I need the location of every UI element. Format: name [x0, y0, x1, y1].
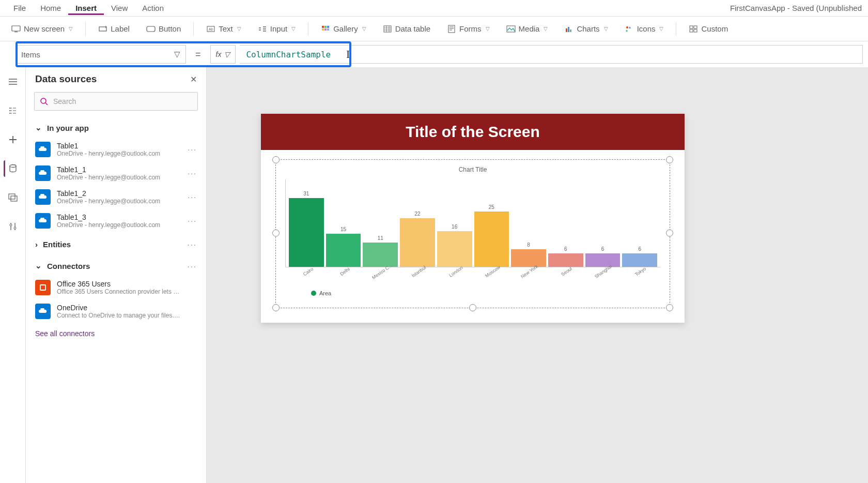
chevron-down-icon: ⌄	[35, 123, 42, 132]
ribbon-input[interactable]: Input ▽	[254, 22, 300, 36]
bar: 31	[289, 191, 324, 267]
svg-rect-11	[327, 28, 329, 31]
menu-insert[interactable]: Insert	[68, 2, 104, 15]
property-selector[interactable]: Items ▽	[16, 45, 186, 64]
svg-rect-28	[11, 196, 17, 201]
ribbon-charts[interactable]: Charts ▽	[560, 22, 612, 36]
menu-view[interactable]: View	[104, 2, 135, 14]
app-title: FirstCanvasApp - Saved (Unpublished	[730, 4, 862, 12]
svg-point-30	[14, 227, 16, 229]
svg-rect-33	[41, 285, 45, 290]
chevron-down-icon: ▽	[224, 50, 230, 58]
ribbon-label[interactable]: Label	[94, 22, 134, 36]
svg-rect-1	[14, 32, 18, 32]
data-source-item[interactable]: Table1 OneDrive - henry.legge@outlook.co…	[26, 138, 206, 161]
rail-tree[interactable]	[5, 102, 21, 119]
ribbon-custom[interactable]: Custom	[685, 22, 732, 36]
chart-legend[interactable]: Area	[285, 290, 660, 296]
section-entities[interactable]: › Entities ···	[26, 235, 206, 254]
search-input[interactable]: Search	[34, 92, 198, 111]
svg-rect-19	[690, 26, 693, 28]
data-source-sub: OneDrive - henry.legge@outlook.com	[57, 174, 160, 181]
connector-item[interactable]: Office 365 Users Office 365 Users Connec…	[26, 276, 206, 299]
equals-sign: =	[190, 49, 206, 60]
svg-rect-27	[9, 194, 15, 199]
connector-sub: Connect to OneDrive to manage your files…	[57, 312, 181, 319]
svg-rect-0	[12, 26, 20, 31]
charts-icon	[564, 24, 574, 34]
see-all-connectors-link[interactable]: See all connectors	[26, 323, 206, 344]
button-icon	[146, 24, 156, 34]
chevron-down-icon: ▽	[544, 26, 548, 32]
resize-handle[interactable]	[666, 230, 673, 237]
resize-handle[interactable]	[272, 230, 280, 237]
ribbon-text[interactable]: Ab Text ▽	[202, 22, 245, 36]
ribbon-gallery[interactable]: Gallery ▽	[317, 22, 370, 36]
chevron-down-icon: ▽	[291, 26, 296, 32]
resize-handle[interactable]	[666, 156, 673, 163]
more-icon[interactable]: ···	[188, 169, 197, 177]
rail-add[interactable]	[5, 131, 21, 148]
ribbon-icons[interactable]: Icons ▽	[621, 22, 668, 36]
section-in-your-app[interactable]: ⌄ In your app	[26, 118, 206, 138]
legend-dot-icon	[311, 291, 316, 296]
connector-item[interactable]: OneDrive Connect to OneDrive to manage y…	[26, 299, 206, 323]
section-connectors[interactable]: ⌄ Connectors ···	[26, 256, 206, 276]
onedrive-icon	[35, 189, 51, 205]
chart-title[interactable]: Chart Title	[285, 166, 660, 173]
rail-data[interactable]	[4, 160, 20, 177]
search-icon	[40, 97, 48, 105]
more-icon[interactable]: ···	[187, 240, 197, 249]
ribbon-media[interactable]: Media ▽	[502, 22, 552, 36]
svg-rect-6	[322, 26, 324, 28]
data-source-item[interactable]: Table1_3 OneDrive - henry.legge@outlook.…	[26, 209, 206, 233]
menu-home[interactable]: Home	[33, 2, 68, 14]
menu-action[interactable]: Action	[135, 2, 171, 14]
bar-value-label: 11	[378, 235, 383, 241]
canvas[interactable]: Title of the Screen Chart Title 31 15 11…	[207, 67, 868, 483]
chevron-down-icon: ⌄	[35, 261, 42, 270]
rail-hamburger[interactable]	[5, 73, 21, 90]
more-icon[interactable]: ···	[187, 262, 197, 270]
bar-value-label: 16	[452, 224, 457, 230]
chart-control-selected[interactable]: Chart Title 31 15 11 22 16 25 8 6 6 6 Ca…	[275, 159, 670, 308]
more-icon[interactable]: ···	[188, 193, 197, 201]
chevron-down-icon: ▽	[69, 26, 73, 32]
data-source-item[interactable]: Table1_1 OneDrive - henry.legge@outlook.…	[26, 161, 206, 185]
more-icon[interactable]: ···	[188, 145, 197, 154]
connector-name: OneDrive	[57, 304, 181, 312]
panel-header: Data sources ✕	[26, 67, 206, 89]
ribbon-button[interactable]: Button	[142, 22, 185, 36]
connector-icon	[35, 304, 51, 319]
svg-point-26	[10, 165, 16, 168]
connector-sub: Office 365 Users Connection provider let…	[57, 288, 181, 295]
custom-icon	[689, 24, 698, 34]
resize-handle[interactable]	[469, 304, 476, 311]
resize-handle[interactable]	[666, 304, 673, 311]
ribbon-icons-label: Icons	[637, 24, 656, 33]
app-screen[interactable]: Title of the Screen Chart Title 31 15 11…	[261, 114, 685, 323]
formula-input[interactable]: ColumnChartSample I	[240, 45, 863, 64]
svg-point-25	[9, 113, 10, 114]
rail-media[interactable]	[5, 189, 21, 206]
data-source-item[interactable]: Table1_2 OneDrive - henry.legge@outlook.…	[26, 185, 206, 209]
fx-button[interactable]: fx ▽	[210, 45, 236, 64]
ribbon-data-table[interactable]: Data table	[379, 22, 435, 36]
ribbon-new-screen[interactable]: New screen ▽	[7, 22, 77, 36]
menu-file[interactable]: File	[6, 2, 33, 14]
formula-bar: Items ▽ = fx ▽ ColumnChartSample I	[0, 41, 868, 67]
chart-axis-labels: CairoDelhiMexico C...IstanbulLondonMosco…	[285, 267, 660, 282]
resize-handle[interactable]	[272, 304, 280, 311]
screen-title[interactable]: Title of the Screen	[261, 114, 685, 150]
resize-handle[interactable]	[272, 156, 280, 163]
data-source-name: Table1_1	[57, 165, 160, 174]
svg-rect-10	[324, 28, 327, 31]
rail-advanced[interactable]	[5, 218, 21, 235]
text-cursor-icon: I	[346, 49, 350, 61]
more-icon[interactable]: ···	[188, 217, 197, 225]
text-icon: Ab	[206, 24, 215, 34]
ribbon-forms[interactable]: Forms ▽	[443, 22, 494, 36]
close-icon[interactable]: ✕	[190, 74, 197, 84]
svg-rect-15	[566, 28, 567, 32]
table-icon	[383, 24, 392, 34]
